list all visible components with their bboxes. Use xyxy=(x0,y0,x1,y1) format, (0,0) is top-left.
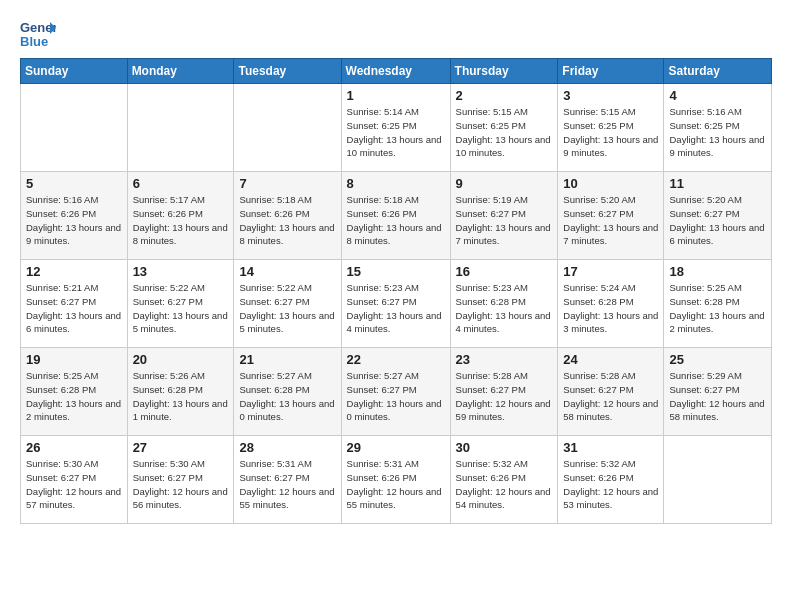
day-detail: Sunrise: 5:28 AM Sunset: 6:27 PM Dayligh… xyxy=(563,369,658,424)
day-number: 11 xyxy=(669,176,766,191)
day-number: 31 xyxy=(563,440,658,455)
day-detail: Sunrise: 5:18 AM Sunset: 6:26 PM Dayligh… xyxy=(347,193,445,248)
day-detail: Sunrise: 5:16 AM Sunset: 6:26 PM Dayligh… xyxy=(26,193,122,248)
day-detail: Sunrise: 5:15 AM Sunset: 6:25 PM Dayligh… xyxy=(563,105,658,160)
calendar-cell: 26Sunrise: 5:30 AM Sunset: 6:27 PM Dayli… xyxy=(21,436,128,524)
calendar-cell: 31Sunrise: 5:32 AM Sunset: 6:26 PM Dayli… xyxy=(558,436,664,524)
day-detail: Sunrise: 5:16 AM Sunset: 6:25 PM Dayligh… xyxy=(669,105,766,160)
day-number: 24 xyxy=(563,352,658,367)
day-detail: Sunrise: 5:17 AM Sunset: 6:26 PM Dayligh… xyxy=(133,193,229,248)
day-number: 6 xyxy=(133,176,229,191)
day-detail: Sunrise: 5:26 AM Sunset: 6:28 PM Dayligh… xyxy=(133,369,229,424)
day-number: 12 xyxy=(26,264,122,279)
calendar-cell: 14Sunrise: 5:22 AM Sunset: 6:27 PM Dayli… xyxy=(234,260,341,348)
header-saturday: Saturday xyxy=(664,59,772,84)
day-number: 10 xyxy=(563,176,658,191)
calendar-cell: 20Sunrise: 5:26 AM Sunset: 6:28 PM Dayli… xyxy=(127,348,234,436)
day-detail: Sunrise: 5:15 AM Sunset: 6:25 PM Dayligh… xyxy=(456,105,553,160)
day-detail: Sunrise: 5:24 AM Sunset: 6:28 PM Dayligh… xyxy=(563,281,658,336)
day-detail: Sunrise: 5:31 AM Sunset: 6:26 PM Dayligh… xyxy=(347,457,445,512)
day-number: 20 xyxy=(133,352,229,367)
day-number: 9 xyxy=(456,176,553,191)
header-thursday: Thursday xyxy=(450,59,558,84)
day-detail: Sunrise: 5:28 AM Sunset: 6:27 PM Dayligh… xyxy=(456,369,553,424)
day-number: 7 xyxy=(239,176,335,191)
calendar-cell: 15Sunrise: 5:23 AM Sunset: 6:27 PM Dayli… xyxy=(341,260,450,348)
calendar-week-row: 12Sunrise: 5:21 AM Sunset: 6:27 PM Dayli… xyxy=(21,260,772,348)
calendar-cell: 18Sunrise: 5:25 AM Sunset: 6:28 PM Dayli… xyxy=(664,260,772,348)
calendar-cell: 19Sunrise: 5:25 AM Sunset: 6:28 PM Dayli… xyxy=(21,348,128,436)
calendar-cell: 11Sunrise: 5:20 AM Sunset: 6:27 PM Dayli… xyxy=(664,172,772,260)
day-number: 4 xyxy=(669,88,766,103)
svg-text:Blue: Blue xyxy=(20,34,48,49)
calendar-cell: 4Sunrise: 5:16 AM Sunset: 6:25 PM Daylig… xyxy=(664,84,772,172)
calendar-cell: 2Sunrise: 5:15 AM Sunset: 6:25 PM Daylig… xyxy=(450,84,558,172)
day-detail: Sunrise: 5:32 AM Sunset: 6:26 PM Dayligh… xyxy=(456,457,553,512)
day-number: 30 xyxy=(456,440,553,455)
day-number: 27 xyxy=(133,440,229,455)
day-number: 8 xyxy=(347,176,445,191)
day-detail: Sunrise: 5:25 AM Sunset: 6:28 PM Dayligh… xyxy=(26,369,122,424)
calendar-cell xyxy=(664,436,772,524)
day-number: 17 xyxy=(563,264,658,279)
day-number: 5 xyxy=(26,176,122,191)
day-number: 22 xyxy=(347,352,445,367)
header: GeneralBlue xyxy=(20,16,772,52)
day-number: 29 xyxy=(347,440,445,455)
calendar-cell: 24Sunrise: 5:28 AM Sunset: 6:27 PM Dayli… xyxy=(558,348,664,436)
day-detail: Sunrise: 5:22 AM Sunset: 6:27 PM Dayligh… xyxy=(239,281,335,336)
calendar-cell: 17Sunrise: 5:24 AM Sunset: 6:28 PM Dayli… xyxy=(558,260,664,348)
day-detail: Sunrise: 5:29 AM Sunset: 6:27 PM Dayligh… xyxy=(669,369,766,424)
calendar-cell xyxy=(127,84,234,172)
calendar-cell: 30Sunrise: 5:32 AM Sunset: 6:26 PM Dayli… xyxy=(450,436,558,524)
day-number: 15 xyxy=(347,264,445,279)
day-detail: Sunrise: 5:23 AM Sunset: 6:28 PM Dayligh… xyxy=(456,281,553,336)
day-detail: Sunrise: 5:25 AM Sunset: 6:28 PM Dayligh… xyxy=(669,281,766,336)
day-number: 3 xyxy=(563,88,658,103)
day-detail: Sunrise: 5:27 AM Sunset: 6:27 PM Dayligh… xyxy=(347,369,445,424)
calendar-cell: 16Sunrise: 5:23 AM Sunset: 6:28 PM Dayli… xyxy=(450,260,558,348)
calendar-week-row: 5Sunrise: 5:16 AM Sunset: 6:26 PM Daylig… xyxy=(21,172,772,260)
day-number: 2 xyxy=(456,88,553,103)
day-detail: Sunrise: 5:18 AM Sunset: 6:26 PM Dayligh… xyxy=(239,193,335,248)
header-friday: Friday xyxy=(558,59,664,84)
day-detail: Sunrise: 5:21 AM Sunset: 6:27 PM Dayligh… xyxy=(26,281,122,336)
header-wednesday: Wednesday xyxy=(341,59,450,84)
calendar-cell: 10Sunrise: 5:20 AM Sunset: 6:27 PM Dayli… xyxy=(558,172,664,260)
calendar-week-row: 1Sunrise: 5:14 AM Sunset: 6:25 PM Daylig… xyxy=(21,84,772,172)
calendar-cell: 21Sunrise: 5:27 AM Sunset: 6:28 PM Dayli… xyxy=(234,348,341,436)
day-number: 21 xyxy=(239,352,335,367)
day-detail: Sunrise: 5:23 AM Sunset: 6:27 PM Dayligh… xyxy=(347,281,445,336)
day-number: 16 xyxy=(456,264,553,279)
day-number: 1 xyxy=(347,88,445,103)
day-detail: Sunrise: 5:32 AM Sunset: 6:26 PM Dayligh… xyxy=(563,457,658,512)
calendar-cell: 6Sunrise: 5:17 AM Sunset: 6:26 PM Daylig… xyxy=(127,172,234,260)
day-number: 28 xyxy=(239,440,335,455)
calendar-cell: 12Sunrise: 5:21 AM Sunset: 6:27 PM Dayli… xyxy=(21,260,128,348)
calendar-week-row: 26Sunrise: 5:30 AM Sunset: 6:27 PM Dayli… xyxy=(21,436,772,524)
day-detail: Sunrise: 5:22 AM Sunset: 6:27 PM Dayligh… xyxy=(133,281,229,336)
day-detail: Sunrise: 5:20 AM Sunset: 6:27 PM Dayligh… xyxy=(669,193,766,248)
day-number: 26 xyxy=(26,440,122,455)
day-number: 13 xyxy=(133,264,229,279)
day-detail: Sunrise: 5:30 AM Sunset: 6:27 PM Dayligh… xyxy=(133,457,229,512)
day-detail: Sunrise: 5:31 AM Sunset: 6:27 PM Dayligh… xyxy=(239,457,335,512)
calendar-cell: 7Sunrise: 5:18 AM Sunset: 6:26 PM Daylig… xyxy=(234,172,341,260)
header-sunday: Sunday xyxy=(21,59,128,84)
calendar-cell: 25Sunrise: 5:29 AM Sunset: 6:27 PM Dayli… xyxy=(664,348,772,436)
calendar-cell: 5Sunrise: 5:16 AM Sunset: 6:26 PM Daylig… xyxy=(21,172,128,260)
day-number: 18 xyxy=(669,264,766,279)
calendar-table: SundayMondayTuesdayWednesdayThursdayFrid… xyxy=(20,58,772,524)
calendar-cell: 29Sunrise: 5:31 AM Sunset: 6:26 PM Dayli… xyxy=(341,436,450,524)
logo: GeneralBlue xyxy=(20,16,56,52)
day-number: 25 xyxy=(669,352,766,367)
calendar-cell xyxy=(21,84,128,172)
calendar-cell xyxy=(234,84,341,172)
calendar-cell: 22Sunrise: 5:27 AM Sunset: 6:27 PM Dayli… xyxy=(341,348,450,436)
day-number: 23 xyxy=(456,352,553,367)
header-tuesday: Tuesday xyxy=(234,59,341,84)
day-detail: Sunrise: 5:20 AM Sunset: 6:27 PM Dayligh… xyxy=(563,193,658,248)
calendar-page: GeneralBlue SundayMondayTuesdayWednesday… xyxy=(0,0,792,612)
calendar-cell: 27Sunrise: 5:30 AM Sunset: 6:27 PM Dayli… xyxy=(127,436,234,524)
calendar-header-row: SundayMondayTuesdayWednesdayThursdayFrid… xyxy=(21,59,772,84)
